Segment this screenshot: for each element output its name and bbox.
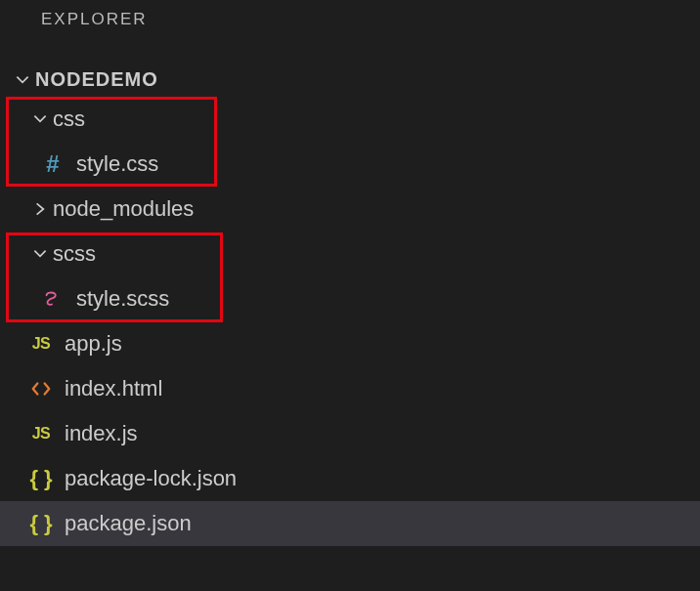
spacer <box>0 39 700 63</box>
file-label: style.css <box>76 151 158 177</box>
js-file-icon: JS <box>27 420 55 447</box>
folder-label: css <box>53 106 85 132</box>
file-style-css[interactable]: # style.css <box>0 142 700 187</box>
folder-css[interactable]: css <box>0 97 700 142</box>
explorer-title: EXPLORER <box>41 10 148 28</box>
file-label: style.scss <box>76 286 169 312</box>
file-label: index.html <box>65 376 162 401</box>
explorer-header: EXPLORER <box>0 0 700 39</box>
project-root[interactable]: NODEDEMO <box>0 63 700 97</box>
chevron-down-icon <box>27 110 53 128</box>
folder-node-modules[interactable]: node_modules <box>0 187 700 232</box>
json-file-icon: { } <box>27 510 55 537</box>
html-file-icon <box>27 375 55 402</box>
chevron-right-icon <box>27 200 53 218</box>
file-label: app.js <box>65 331 122 357</box>
file-package-lock-json[interactable]: { } package-lock.json <box>0 456 700 501</box>
json-file-icon: { } <box>27 465 55 492</box>
root-label: NODEDEMO <box>35 68 158 91</box>
file-style-scss[interactable]: style.scss <box>0 276 700 321</box>
file-label: package-lock.json <box>65 466 237 491</box>
chevron-down-icon <box>27 245 53 263</box>
file-label: index.js <box>65 421 138 446</box>
chevron-down-icon <box>10 71 35 89</box>
file-index-html[interactable]: index.html <box>0 366 700 411</box>
file-index-js[interactable]: JS index.js <box>0 411 700 456</box>
file-label: package.json <box>65 511 192 536</box>
js-file-icon: JS <box>27 330 55 358</box>
folder-scss[interactable]: scss <box>0 232 700 276</box>
file-package-json[interactable]: { } package.json <box>0 501 700 546</box>
scss-file-icon <box>39 285 66 313</box>
folder-label: scss <box>53 241 96 267</box>
folder-label: node_modules <box>53 196 194 222</box>
css-file-icon: # <box>39 150 66 178</box>
file-app-js[interactable]: JS app.js <box>0 321 700 366</box>
file-tree: css # style.css node_modules scss style.… <box>0 97 700 546</box>
